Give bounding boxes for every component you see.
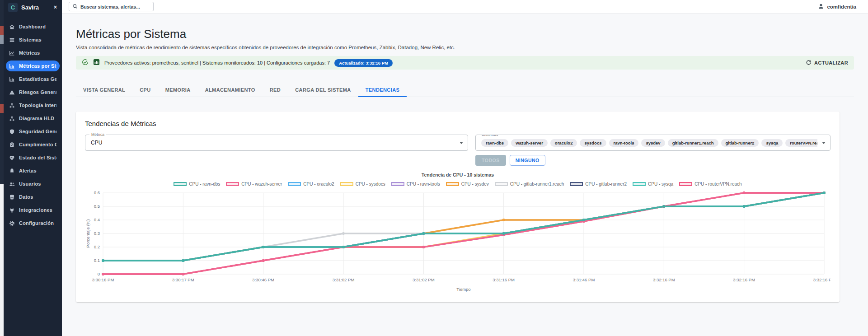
y-tick: 0.6: [94, 190, 100, 195]
sidebar-item-label: Métricas: [19, 50, 56, 56]
sidebar-item-usuarios[interactable]: Usuarios: [6, 178, 60, 189]
search-input[interactable]: [80, 4, 150, 9]
sidebar-item-metricas[interactable]: Métricas: [6, 47, 60, 58]
screen-edge-artifact: [0, 0, 4, 336]
systems-icon: [9, 37, 15, 43]
sidebar-item-seguridad-general[interactable]: Seguridad General: [6, 126, 60, 137]
filters-row: Métrica CPU Sistemas ravn-dbswazuh-serve…: [85, 135, 830, 151]
select-all-button[interactable]: TODOS: [475, 155, 506, 166]
card-title: Tendencias de Métricas: [85, 120, 830, 127]
home-icon: [9, 24, 15, 30]
system-chip-ravn-dbs[interactable]: ravn-dbs: [481, 139, 508, 147]
system-chip-gitlab-runner2[interactable]: gitlab-runner2: [721, 139, 759, 147]
sidebar-item-label: Sistemas: [19, 37, 56, 42]
shield-icon: [9, 129, 15, 135]
sidebar-item-topologia-interna[interactable]: Topología Interna: [6, 100, 60, 111]
legend-item-cpu-routervpn-reach[interactable]: CPU - routerVPN.reach: [679, 182, 741, 187]
sidebar-item-diagrama-hld[interactable]: Diagrama HLD: [6, 113, 60, 124]
edge-segment: [0, 26, 4, 35]
sidebar-item-dashboard[interactable]: Dashboard: [6, 21, 60, 32]
edge-segment: [0, 35, 4, 44]
chart-point: [182, 259, 184, 262]
sidebar-item-label: Cumplimiento General: [19, 142, 56, 147]
legend-item-cpu-sysdocs[interactable]: CPU - sysdocs: [340, 182, 385, 187]
x-tick: 3:31:46 PM: [573, 277, 595, 282]
legend-item-cpu-gitlab-runner1-reach[interactable]: CPU - gitlab-runner1.reach: [495, 182, 564, 187]
legend-item-cpu-wazuh-server[interactable]: CPU - wazuh-server: [226, 182, 282, 187]
sidebar-item-label: Topología Interna: [19, 103, 56, 108]
sidebar-item-label: Seguridad General: [19, 129, 56, 134]
legend-swatch: [288, 182, 301, 186]
chart-point: [102, 259, 104, 262]
y-tick: 0.1: [94, 258, 100, 263]
system-chip-sysdev[interactable]: sysdev: [641, 139, 665, 147]
chart-point: [502, 232, 505, 235]
system-chip-ravn-tools[interactable]: ravn-tools: [609, 139, 639, 147]
clipboard-check-icon: [9, 142, 15, 148]
system-chip-wazuh-server[interactable]: wazuh-server: [511, 139, 548, 147]
sidebar-item-label: Dashboard: [19, 24, 56, 29]
tab-cpu[interactable]: CPU: [132, 83, 158, 97]
tab-tendencias[interactable]: TENDENCIAS: [358, 83, 407, 97]
legend-swatch: [446, 182, 459, 186]
system-chip-gitlab-runner1-reach[interactable]: gitlab-runner1.reach: [668, 139, 718, 147]
user-menu[interactable]: comfidentia: [818, 3, 856, 10]
bell-icon: [9, 168, 15, 174]
topology-icon: [9, 103, 15, 108]
edge-segment: [0, 104, 4, 113]
y-tick: 0: [98, 271, 100, 276]
system-chip-routervpn-reach[interactable]: routerVPN.reach: [785, 139, 817, 147]
sidebar-item-configuracion[interactable]: Configuración: [6, 218, 60, 229]
refresh-label: ACTUALIZAR: [814, 60, 848, 65]
user-name: comfidentia: [827, 4, 856, 9]
sidebar-item-alertas[interactable]: Alertas: [6, 165, 60, 176]
sidebar-item-riesgos-generales[interactable]: Riesgos Generales: [6, 87, 60, 98]
system-chip-sysqa[interactable]: sysqa: [761, 139, 783, 147]
chart-point: [823, 191, 826, 194]
x-tick: 3:32:16 PM: [813, 277, 830, 282]
legend-label: CPU - sysqa: [648, 182, 673, 187]
sidebar-item-estado-del-sistema[interactable]: Estado del Sistema: [6, 152, 60, 163]
system-chip-sysdocs[interactable]: sysdocs: [580, 139, 606, 147]
chart-point: [342, 246, 345, 248]
edge-segment: [0, 184, 4, 336]
chart-box-icon: [93, 59, 100, 67]
sidebar-item-label: Usuarios: [19, 181, 56, 187]
system-chip-oraculo2[interactable]: oraculo2: [550, 139, 577, 147]
sidebar-item-metricas-por-sistema[interactable]: Métricas por Sistema: [6, 61, 60, 71]
selection-buttons: TODOS NINGUNO: [475, 155, 830, 166]
legend-label: CPU - gitlab-runner2: [585, 182, 627, 187]
legend-item-cpu-sysqa[interactable]: CPU - sysqa: [633, 182, 673, 187]
sidebar-item-sistemas[interactable]: Sistemas: [6, 34, 60, 45]
tab-vista-general[interactable]: VISTA GENERAL: [76, 83, 132, 97]
legend-label: CPU - oraculo2: [303, 182, 334, 187]
legend-swatch: [340, 182, 353, 186]
select-none-button[interactable]: NINGUNO: [510, 155, 545, 166]
tab-red[interactable]: RED: [263, 83, 288, 97]
stats-bars-icon: [9, 76, 15, 82]
legend-item-cpu-ravn-dbs[interactable]: CPU - ravn-dbs: [174, 182, 220, 187]
page-subtitle: Vista consolidada de métricas de rendimi…: [76, 45, 854, 50]
sidebar-close-icon[interactable]: ×: [52, 4, 58, 10]
tab-memoria[interactable]: MEMORIA: [158, 83, 198, 97]
search-icon: [72, 3, 78, 11]
legend-label: CPU - sysdev: [461, 182, 489, 187]
sidebar-item-estadisticas-generales[interactable]: Estadísticas Generales: [6, 74, 60, 84]
sidebar-item-integraciones[interactable]: Integraciones: [6, 205, 60, 215]
tab-almacenamiento[interactable]: ALMACENAMIENTO: [198, 83, 263, 97]
search-box[interactable]: [69, 2, 154, 11]
sidebar-item-cumplimiento-general[interactable]: Cumplimiento General: [6, 139, 60, 150]
metric-select-label: Métrica: [89, 132, 106, 137]
metric-select[interactable]: Métrica CPU: [85, 135, 468, 151]
tab-carga-del-sistema[interactable]: CARGA DEL SISTEMA: [288, 83, 358, 97]
legend-item-cpu-ravn-tools[interactable]: CPU - ravn-tools: [391, 182, 440, 187]
legend-item-cpu-gitlab-runner2[interactable]: CPU - gitlab-runner2: [570, 182, 627, 187]
sidebar-item-label: Estado del Sistema: [19, 155, 56, 160]
chart-point: [743, 191, 746, 194]
sidebar-item-datos[interactable]: Datos: [6, 191, 60, 202]
systems-select[interactable]: Sistemas ravn-dbswazuh-serveroraculo2sys…: [475, 135, 830, 151]
legend-item-cpu-sysdev[interactable]: CPU - sysdev: [446, 182, 489, 187]
chart-point: [582, 219, 585, 221]
refresh-button[interactable]: ACTUALIZAR: [806, 60, 848, 66]
legend-item-cpu-oraculo2[interactable]: CPU - oraculo2: [288, 182, 334, 187]
